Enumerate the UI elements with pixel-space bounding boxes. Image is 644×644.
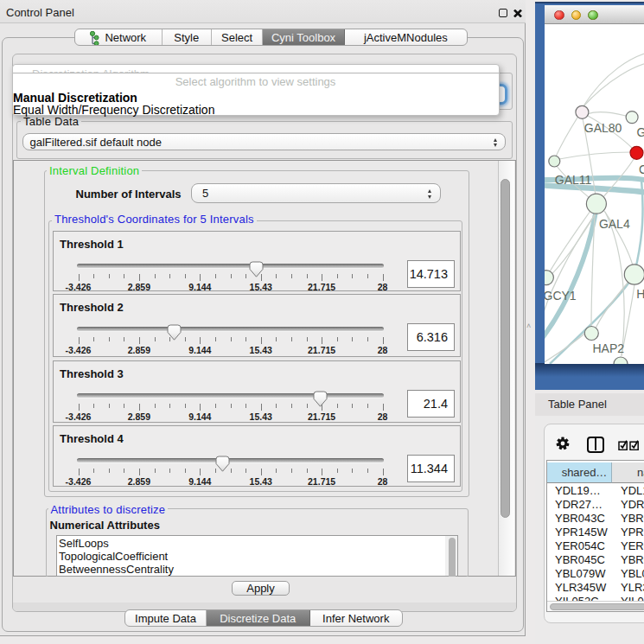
svg-text:GAL11: GAL11 xyxy=(555,173,592,187)
svg-text:HAP2: HAP2 xyxy=(593,341,625,355)
svg-text:GAL80: GAL80 xyxy=(584,121,622,135)
svg-text:GAL4: GAL4 xyxy=(599,217,630,231)
svg-text:HIS: HIS xyxy=(636,287,644,301)
svg-text:GCY1: GCY1 xyxy=(545,289,577,303)
svg-text:GAL7: GAL7 xyxy=(637,125,644,139)
svg-text:C: C xyxy=(639,163,644,176)
